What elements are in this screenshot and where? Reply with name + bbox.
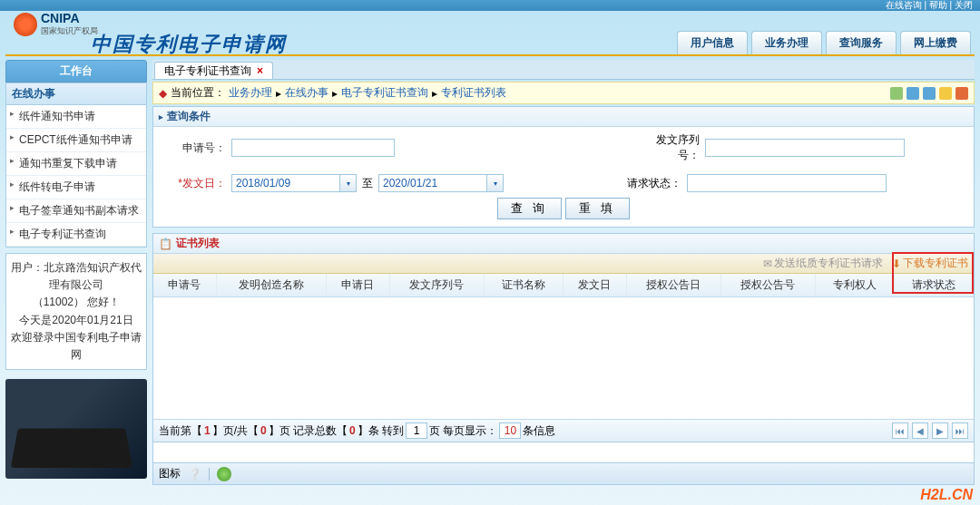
query-button[interactable]: 查 询 <box>497 198 563 219</box>
cert-table: 申请号 发明创造名称 申请日 发文序列号 证书名称 发文日 授权公告日 授权公告… <box>153 274 974 297</box>
status-label: 请求状态： <box>618 176 681 191</box>
top-links[interactable]: 在线咨询 | 帮助 | 关闭 <box>886 0 973 10</box>
col-send-date[interactable]: 发文日 <box>563 274 626 297</box>
list-panel-title: 证书列表 <box>176 236 220 251</box>
sidebar-section-online[interactable]: 在线办事 <box>6 83 146 105</box>
help-circle-icon[interactable]: ❔ <box>188 468 201 481</box>
pg-records: 0 <box>349 424 356 437</box>
col-grant-no[interactable]: 授权公告号 <box>720 274 815 297</box>
bc-online[interactable]: 在线办事 <box>285 85 328 101</box>
list-icon: 📋 <box>159 238 172 250</box>
goto-page-input[interactable] <box>406 422 427 439</box>
send-paper-label: 发送纸质专利证书请求 <box>774 256 883 271</box>
download-label: 下载专利证书 <box>903 256 968 271</box>
date-to-picker-icon[interactable]: ▾ <box>487 174 504 192</box>
sidebar-item-paper-to-elec[interactable]: 纸件转电子申请 <box>6 176 146 199</box>
col-app-date[interactable]: 申请日 <box>326 274 389 297</box>
col-invention-name[interactable]: 发明创造名称 <box>216 274 326 297</box>
search-panel-header[interactable]: ▸ 查询条件 <box>153 107 974 127</box>
sidebar-item-paper-notice[interactable]: 纸件通知书申请 <box>6 105 146 129</box>
send-paper-cert-button[interactable]: ✉ 发送纸质专利证书请求 <box>763 256 883 271</box>
col-seq[interactable]: 发文序列号 <box>389 274 484 297</box>
app-no-label: 申请号： <box>172 141 226 156</box>
sidebar-panel: 在线办事 纸件通知书申请 CEPCT纸件通知书申请 通知书重复下载申请 纸件转电… <box>5 83 147 248</box>
seq-input[interactable] <box>705 139 905 157</box>
send-icon: ✉ <box>763 257 772 270</box>
date-to-label: 至 <box>362 176 373 191</box>
watermark: H2L.CN <box>920 487 973 503</box>
date-to-input[interactable] <box>378 174 487 192</box>
toolbar-icons <box>890 87 968 100</box>
breadcrumb: ◆ 当前位置： 业务办理 ▸ 在线办事 ▸ 电子专利证书查询 ▸ 专利证书列表 <box>152 82 975 104</box>
content-area: 电子专利证书查询 × ◆ 当前位置： 业务办理 ▸ 在线办事 ▸ 电子专利证书查… <box>152 60 975 477</box>
col-cert-name[interactable]: 证书名称 <box>484 274 563 297</box>
sidebar: 工作台 在线办事 纸件通知书申请 CEPCT纸件通知书申请 通知书重复下载申请 … <box>5 60 147 477</box>
sidebar-item-cepct[interactable]: CEPCT纸件通知书申请 <box>6 129 146 152</box>
bc-sep: ▸ <box>432 87 437 100</box>
col-patentee[interactable]: 专利权人 <box>815 274 894 297</box>
download-icon: ⬇ <box>892 257 901 270</box>
perpage-input[interactable] <box>499 422 521 439</box>
pg-current: 1 <box>204 424 211 437</box>
sidebar-item-cert-query[interactable]: 电子专利证书查询 <box>6 223 146 247</box>
pg-t3: 】页 记录总数【 <box>269 423 348 439</box>
reset-button[interactable]: 重 填 <box>565 198 631 219</box>
doc-tab-cert-query[interactable]: 电子专利证书查询 × <box>154 62 273 79</box>
logo-icon <box>14 13 37 36</box>
globe-icon[interactable] <box>217 467 231 481</box>
sidebar-item-redownload[interactable]: 通知书重复下载申请 <box>6 152 146 176</box>
settings-icon[interactable] <box>890 87 903 100</box>
nav-payment[interactable]: 网上缴费 <box>900 31 971 54</box>
sidebar-item-esign-copy[interactable]: 电子签章通知书副本请求 <box>6 199 146 223</box>
next-page-button[interactable]: ▶ <box>932 422 948 439</box>
table-body-empty <box>153 297 974 419</box>
pg-t1: 当前第【 <box>159 423 202 439</box>
search-panel-title: 查询条件 <box>167 109 211 124</box>
app-no-input[interactable] <box>231 139 395 157</box>
col-req-status[interactable]: 请求状态 <box>894 274 973 297</box>
pg-total: 0 <box>260 424 267 437</box>
nav-user-info[interactable]: 用户信息 <box>677 31 748 54</box>
list-toolbar: ✉ 发送纸质专利证书请求 ⬇ 下载专利证书 <box>153 254 974 274</box>
date-from-input[interactable] <box>231 174 340 192</box>
bc-business[interactable]: 业务办理 <box>229 85 272 101</box>
help-icon[interactable] <box>956 87 968 100</box>
sidebar-keyboard-image <box>5 379 147 479</box>
close-icon[interactable]: × <box>257 64 263 77</box>
pg-t5: 页 每页显示： <box>429 423 497 439</box>
last-page-button[interactable]: ⏭ <box>952 422 968 439</box>
prev-page-button[interactable]: ◀ <box>912 422 928 439</box>
status-label: 图标 <box>159 466 181 481</box>
header: CNIPA 国家知识产权局 中国专利电子申请网 用户信息 业务办理 查询服务 网… <box>0 11 980 54</box>
download-cert-button[interactable]: ⬇ 下载专利证书 <box>892 256 968 271</box>
search-panel: ▸ 查询条件 申请号： 发文序列号： *发文日： ▾ 至 ▾ <box>152 106 975 228</box>
nav-business[interactable]: 业务办理 <box>751 31 822 54</box>
export-icon[interactable] <box>923 87 936 100</box>
col-app-no[interactable]: 申请号 <box>153 274 216 297</box>
nav-query[interactable]: 查询服务 <box>826 31 897 54</box>
first-page-button[interactable]: ⏮ <box>892 422 908 439</box>
collapse-icon: ▸ <box>159 112 163 121</box>
keyboard-graphic <box>11 429 132 468</box>
user-org: 用户：北京路浩知识产权代理有限公司 <box>10 259 142 294</box>
seq-label: 发文序列号： <box>636 132 700 163</box>
refresh-icon[interactable] <box>906 87 919 100</box>
bc-cert-query[interactable]: 电子专利证书查询 <box>341 85 428 101</box>
pg-t6: 条信息 <box>523 423 555 439</box>
user-greet: （11002） 您好！ <box>10 294 142 311</box>
bc-cert-list[interactable]: 专利证书列表 <box>441 85 506 101</box>
send-date-label: *发文日： <box>172 176 226 191</box>
col-grant-date[interactable]: 授权公告日 <box>626 274 720 297</box>
user-welcome: 欢迎登录中国专利电子申请网 <box>10 329 142 364</box>
status-bar: 图标 ❔ <box>152 462 975 485</box>
warning-icon[interactable] <box>939 87 952 100</box>
list-panel-header[interactable]: 📋 证书列表 <box>153 234 974 254</box>
list-panel: 📋 证书列表 ✉ 发送纸质专利证书请求 ⬇ 下载专利证书 申请号 发明创造名称 <box>152 233 975 442</box>
date-from-picker-icon[interactable]: ▾ <box>340 174 357 192</box>
document-tabs: 电子专利证书查询 × <box>152 60 975 80</box>
bullet-icon: ◆ <box>159 87 167 100</box>
logo-title: CNIPA <box>41 11 98 25</box>
top-util-bar: 在线咨询 | 帮助 | 关闭 <box>0 0 980 11</box>
status-input[interactable] <box>687 174 887 192</box>
pg-t2: 】页/共【 <box>212 423 259 439</box>
